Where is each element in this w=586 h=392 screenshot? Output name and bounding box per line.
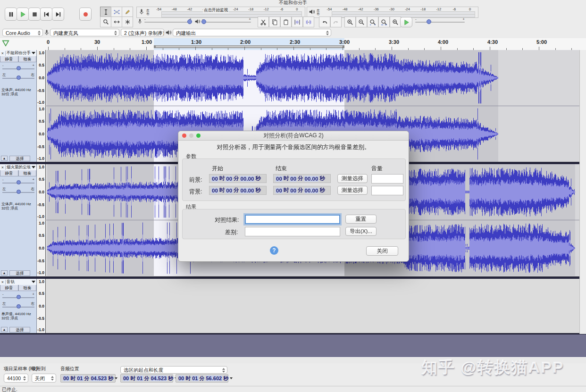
record-button[interactable] <box>79 8 92 21</box>
zoom-sel-button[interactable] <box>367 17 378 27</box>
selection-start-field[interactable]: 00时01分04.523秒 <box>120 374 173 383</box>
solo-button[interactable]: 独奏 <box>18 285 37 291</box>
playback-device-select[interactable]: 内建输出 <box>173 29 331 36</box>
pinned-playhead-icon[interactable] <box>1 39 10 49</box>
gain-slider[interactable]: -+ <box>2 63 34 72</box>
recording-device-select[interactable]: 内建麦克风 <box>50 29 119 36</box>
zoom-traffic-light[interactable] <box>196 133 201 138</box>
solo-button[interactable]: 独奏 <box>18 170 37 176</box>
snap-select[interactable]: 关闭 <box>32 374 56 383</box>
slider-thumb[interactable] <box>17 190 21 194</box>
close-traffic-light[interactable] <box>182 133 186 138</box>
collapse-button[interactable]: ▲ <box>1 327 8 332</box>
selection-length-field[interactable]: 00时01分56.602秒 <box>176 374 228 383</box>
cut-button[interactable] <box>258 17 269 27</box>
background-volume-field[interactable] <box>371 186 403 195</box>
track-name[interactable]: 烟火里的尘埃 <box>6 165 32 170</box>
time-shift-tool[interactable] <box>111 17 122 27</box>
reset-button[interactable]: 重置 <box>345 215 377 224</box>
play-button[interactable] <box>17 8 29 21</box>
vertical-scale-ruler[interactable]: 1.00.50.0-0.5-1.0 <box>37 220 46 276</box>
difference-field[interactable] <box>245 227 340 236</box>
timeline-ruler[interactable]: 0301:001:302:002:303:003:304:004:305:00 <box>0 38 586 50</box>
trim-button[interactable] <box>292 17 303 27</box>
measure-foreground-button[interactable]: 测量选择 <box>337 174 368 183</box>
time-field-menu-arrow-icon[interactable] <box>230 377 233 379</box>
track-close-button[interactable]: × <box>0 280 6 284</box>
slider-thumb[interactable] <box>17 75 21 80</box>
time-field-menu-arrow-icon[interactable] <box>115 377 117 379</box>
recording-channels-select[interactable]: 2 (立体声) 录制声道 <box>121 29 164 36</box>
vertical-scale-ruler[interactable]: 1.00.50.0-0.5-1.0 <box>37 279 46 333</box>
multi-tool[interactable] <box>122 17 133 27</box>
mute-button[interactable]: 静音 <box>0 170 18 176</box>
playback-speed-slider[interactable]: -+ <box>415 18 465 25</box>
track-menu-arrow-icon[interactable] <box>32 281 35 283</box>
collapse-button[interactable]: ▲ <box>1 156 8 161</box>
output-volume-slider[interactable]: -+ <box>202 18 251 25</box>
solo-button[interactable]: 独奏 <box>18 56 37 62</box>
pan-slider[interactable]: 左右 <box>2 301 34 310</box>
track-menu-arrow-icon[interactable] <box>32 52 35 54</box>
undo-button[interactable] <box>319 17 330 27</box>
redo-button[interactable] <box>330 17 342 27</box>
play-at-speed-button[interactable] <box>400 17 412 27</box>
zoom-in-button[interactable] <box>344 17 356 27</box>
foreground-end-field[interactable]: 00时00分00.00秒 <box>273 174 331 183</box>
track-close-button[interactable]: × <box>0 165 6 170</box>
contrast-result-field[interactable] <box>245 215 340 224</box>
select-track-button[interactable]: 选择 <box>9 270 30 276</box>
slider-thumb[interactable] <box>17 295 21 299</box>
skip-to-end-button[interactable] <box>52 8 64 21</box>
envelope-tool[interactable] <box>111 7 122 17</box>
audio-host-select[interactable]: Core Audio <box>2 29 43 36</box>
vertical-scrollbar[interactable] <box>579 50 586 334</box>
track-menu-arrow-icon[interactable] <box>32 166 35 168</box>
zoom-out-button[interactable] <box>356 17 367 27</box>
draw-tool[interactable] <box>122 7 133 17</box>
pan-slider[interactable]: 左右 <box>2 187 34 195</box>
zoom-toggle-button[interactable] <box>390 17 401 27</box>
slider-thumb[interactable] <box>427 19 431 24</box>
mute-button[interactable]: 静音 <box>0 56 18 62</box>
collapse-button[interactable]: ▲ <box>1 270 8 275</box>
select-track-button[interactable]: 选择 <box>9 327 30 333</box>
help-button[interactable]: ? <box>270 246 278 255</box>
gain-slider[interactable]: -+ <box>2 292 34 300</box>
mute-button[interactable]: 静音 <box>0 285 18 291</box>
track-name[interactable]: 不能和你分手 <box>6 50 32 56</box>
vertical-scale-ruler[interactable]: 1.00.50.0-0.5-1.0 <box>37 50 46 106</box>
slider-thumb[interactable] <box>17 180 21 184</box>
foreground-volume-field[interactable] <box>371 174 403 183</box>
gain-slider[interactable]: -+ <box>2 177 34 186</box>
selection-tool[interactable] <box>100 7 111 17</box>
slider-thumb[interactable] <box>201 19 206 24</box>
stop-button[interactable] <box>28 8 41 21</box>
selection-mode-select[interactable]: 选区的起点和长度 <box>120 366 227 374</box>
minimize-traffic-light[interactable] <box>189 133 193 138</box>
waveform-canvas[interactable] <box>46 279 579 333</box>
background-start-field[interactable]: 00时00分00.00秒 <box>209 186 267 195</box>
monitor-hint-text[interactable]: 点击开始监视 <box>203 8 229 13</box>
track-close-button[interactable]: × <box>0 51 6 56</box>
audio-position-field[interactable]: 00时01分04.523秒 <box>60 374 116 383</box>
input-volume-slider[interactable]: -+ <box>144 18 192 25</box>
skip-to-start-button[interactable] <box>40 8 52 21</box>
timeline-selection-bar[interactable] <box>154 45 344 48</box>
foreground-start-field[interactable]: 00时00分00.00秒 <box>209 174 267 183</box>
pause-button[interactable] <box>5 8 17 21</box>
zoom-fit-button[interactable] <box>378 17 390 27</box>
background-end-field[interactable]: 00时00分00.00秒 <box>273 186 331 195</box>
zoom-tool[interactable] <box>100 17 111 27</box>
silence-button[interactable] <box>303 17 314 27</box>
slider-thumb[interactable] <box>17 66 21 70</box>
slider-thumb[interactable] <box>17 304 21 309</box>
rate-select[interactable]: 44100 <box>4 374 28 383</box>
measure-background-button[interactable]: 测量选择 <box>337 186 368 195</box>
export-button[interactable]: 导出(X)... <box>345 227 377 236</box>
pan-slider[interactable]: 左右 <box>2 73 34 81</box>
copy-button[interactable] <box>269 17 280 27</box>
select-track-button[interactable]: 选择 <box>9 156 30 161</box>
vertical-scale-ruler[interactable]: 1.00.50.0-0.5-1.0 <box>37 106 46 162</box>
slider-thumb[interactable] <box>187 19 192 24</box>
